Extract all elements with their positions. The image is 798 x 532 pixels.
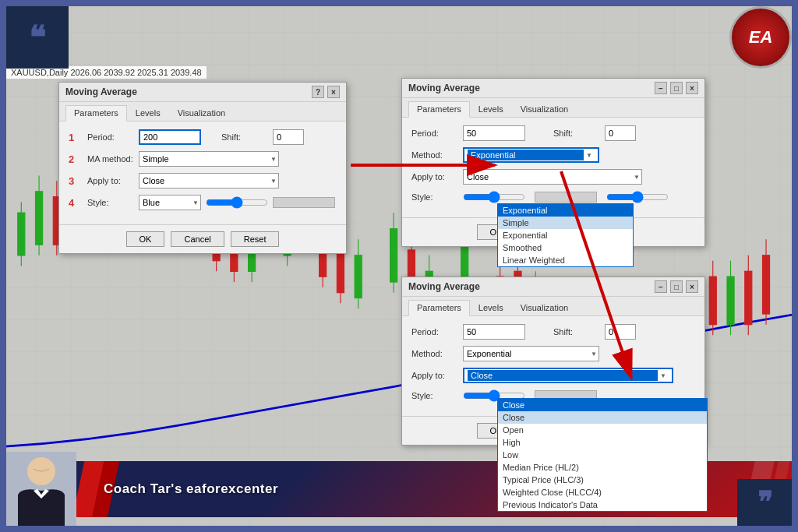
dialog-2-content: Period: Shift: Method: Exponential ▼ App…: [402, 118, 704, 217]
style-slider-2[interactable]: [463, 191, 525, 203]
apply-option-low-3[interactable]: Low: [498, 449, 707, 461]
apply-to-dropdown-list-3: Close Close Open High Low Median Price (…: [497, 398, 708, 512]
dialog-1-tab-levels[interactable]: Levels: [127, 105, 169, 121]
method-dropdown-display-2[interactable]: Exponential ▼: [463, 147, 599, 163]
period-input-2[interactable]: [463, 125, 525, 141]
apply-to-label-3: Apply to:: [411, 371, 458, 380]
dialog-3-tab-visualization[interactable]: Visualization: [512, 300, 577, 315]
ma-method-select-wrapper-1: Simple Exponential Smoothed Linear Weigh…: [139, 151, 279, 167]
brand-name-text: Coach Tar's eaforexcenter: [104, 481, 278, 497]
dialog-1-tabs: Parameters Levels Visualization: [59, 102, 346, 122]
dialog-1-help-btn[interactable]: ?: [312, 86, 324, 98]
method-select-wrapper-3: Exponential Simple Smoothed Linear Weigh…: [463, 346, 599, 361]
apply-to-select-wrapper-1: Close Open High Low: [139, 173, 279, 188]
person-photo-container: [6, 452, 76, 526]
period-input-3[interactable]: [463, 324, 525, 340]
ma-method-label-1: MA method:: [87, 154, 134, 164]
bottom-right-decoration: ❞: [737, 479, 792, 526]
dialog-3-tabs: Parameters Levels Visualization: [402, 297, 704, 316]
style-weight-slider-2[interactable]: [606, 191, 669, 203]
dialog-1-period-row: 1 Period: Shift:: [69, 129, 337, 145]
dialog-1-method-row: 2 MA method: Simple Exponential Smoothed…: [69, 151, 337, 167]
apply-to-label-1: Apply to:: [87, 176, 134, 185]
apply-option-close-3[interactable]: Close: [498, 399, 707, 411]
apply-to-dropdown-arrow-3: ▼: [658, 372, 669, 379]
apply-option-median-3[interactable]: Median Price (HL/2): [498, 461, 707, 474]
dialog-3-controls: − □ ×: [655, 280, 698, 293]
dialog-2-title: Moving Average: [408, 83, 480, 93]
apply-option-weighted-3[interactable]: Weighted Close (HLCC/4): [498, 486, 707, 499]
step-2-label: 2: [69, 153, 83, 165]
dialog-1-controls: ? ×: [312, 86, 340, 98]
apply-to-dropdown-display-3[interactable]: Close ▼: [463, 368, 673, 383]
method-label-2: Method:: [411, 150, 458, 160]
dialog-2-tab-visualization[interactable]: Visualization: [512, 101, 577, 117]
dialog-1-cancel-btn[interactable]: Cancel: [171, 231, 224, 247]
dialog-moving-average-3: Moving Average − □ × Parameters Levels V…: [401, 277, 705, 446]
style-color-select-wrapper-1: Blue Red Green: [139, 195, 201, 210]
dialog-2-tabs: Parameters Levels Visualization: [402, 98, 704, 118]
apply-option-high-3[interactable]: High: [498, 436, 707, 449]
shift-input-3[interactable]: [605, 324, 636, 340]
dialog-1-reset-btn[interactable]: Reset: [231, 231, 280, 247]
shift-input-2[interactable]: [605, 125, 636, 141]
method-option-smoothed-2[interactable]: Exponential: [498, 229, 633, 241]
dialog-1-close-btn[interactable]: ×: [327, 86, 340, 98]
dialog-2-minimize-btn[interactable]: −: [655, 82, 667, 94]
dialog-3-maximize-btn[interactable]: □: [670, 280, 683, 293]
apply-to-select-wrapper-2: Close Open High Low: [463, 169, 642, 185]
apply-to-select-1[interactable]: Close Open High Low: [139, 173, 279, 188]
apply-option-open-3[interactable]: Open: [498, 424, 707, 436]
method-option-simple-2[interactable]: Simple: [498, 217, 633, 229]
dialog-1-content: 1 Period: Shift: 2 MA method: Simple Exp…: [59, 122, 346, 224]
dialog-2-tab-parameters[interactable]: Parameters: [408, 101, 470, 118]
shift-label-2: Shift:: [553, 129, 600, 138]
method-dropdown-arrow-2: ▼: [584, 152, 595, 159]
quote-icon: ❝: [29, 22, 46, 53]
dialog-2-controls: − □ ×: [655, 82, 698, 94]
dialog-moving-average-2: Moving Average − □ × Parameters Levels V…: [401, 78, 705, 247]
shift-label-3: Shift:: [553, 327, 600, 336]
style-label-2: Style:: [411, 192, 458, 202]
step-4-label: 4: [69, 197, 83, 209]
dialog-2-style-row: Style:: [411, 191, 695, 203]
method-option-linear-2[interactable]: Smoothed: [498, 241, 633, 254]
dialog-2-titlebar: Moving Average − □ ×: [402, 79, 704, 98]
step-3-label: 3: [69, 175, 83, 187]
shift-label-1: Shift:: [221, 132, 268, 142]
dialog-1-tab-parameters[interactable]: Parameters: [65, 105, 127, 122]
dialog-3-minimize-btn[interactable]: −: [655, 280, 667, 293]
dialog-2-apply-row: Apply to: Close Open High Low: [411, 169, 695, 185]
dialog-3-tab-levels[interactable]: Levels: [470, 300, 512, 315]
dialog-1-titlebar: Moving Average ? ×: [59, 83, 346, 102]
shift-input-1[interactable]: [273, 129, 304, 145]
apply-option-typical-3[interactable]: Typical Price (HLC/3): [498, 474, 707, 486]
dialog-3-tab-parameters[interactable]: Parameters: [408, 300, 470, 316]
ma-method-select-1[interactable]: Simple Exponential Smoothed Linear Weigh…: [139, 151, 279, 167]
dialog-3-close-btn[interactable]: ×: [686, 280, 698, 293]
style-color-select-1[interactable]: Blue Red Green: [139, 195, 201, 210]
dialog-3-titlebar: Moving Average − □ ×: [402, 277, 704, 297]
period-input-1[interactable]: [139, 129, 201, 145]
dialog-2-period-row: Period: Shift:: [411, 125, 695, 141]
step-1-label: 1: [69, 132, 83, 143]
period-label-2: Period:: [411, 129, 458, 138]
dialog-moving-average-1: Moving Average ? × Parameters Levels Vis…: [58, 82, 347, 254]
apply-to-select-2[interactable]: Close Open High Low: [463, 169, 642, 185]
dialog-1-ok-btn[interactable]: OK: [126, 231, 165, 247]
method-option-exponential-2[interactable]: Exponential: [498, 204, 633, 217]
style-slider-1[interactable]: [206, 196, 268, 209]
apply-option-prev-3[interactable]: Previous Indicator's Data: [498, 499, 707, 511]
method-select-3[interactable]: Exponential Simple Smoothed Linear Weigh…: [463, 346, 599, 361]
dialog-2-maximize-btn[interactable]: □: [670, 82, 683, 94]
apply-option-close-hl-3[interactable]: Close: [498, 411, 707, 424]
person-silhouette: [6, 452, 76, 526]
apply-to-selected-text-3: Close: [468, 370, 658, 381]
top-left-decoration: ❝: [6, 6, 69, 69]
dialog-1-tab-visualization[interactable]: Visualization: [169, 105, 235, 121]
method-option-linear-weighted-2[interactable]: Linear Weighted: [498, 254, 633, 266]
dialog-2-tab-levels[interactable]: Levels: [470, 101, 512, 117]
line-style-preview-1: [273, 197, 335, 208]
close-quote-icon: ❞: [757, 488, 772, 516]
dialog-2-close-btn[interactable]: ×: [686, 82, 698, 94]
